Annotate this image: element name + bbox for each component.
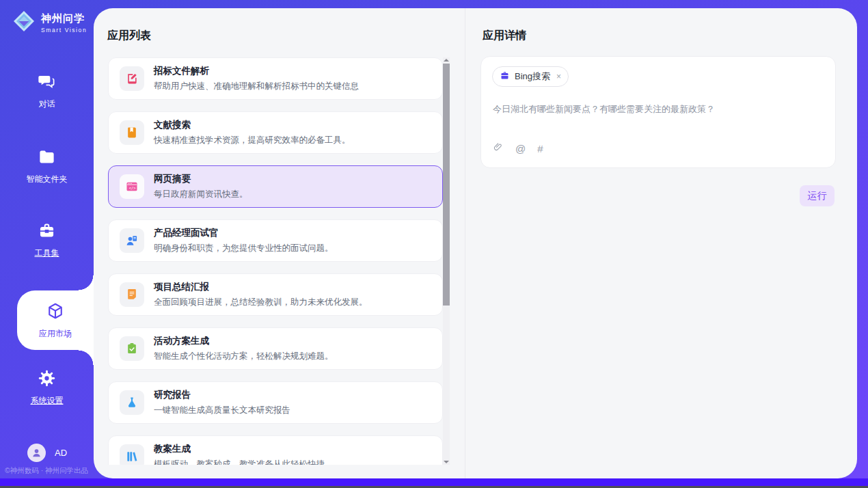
app-card-desc: 一键智能生成高质量长文本研究报告 (154, 405, 290, 416)
app-card-title: 文献搜索 (154, 119, 351, 131)
prompt-card: Bing搜索 × 今日湖北有哪些新闻要点？有哪些需要关注的最新政策？ @ # (480, 56, 836, 168)
prompt-toolbar: @ # (493, 141, 543, 155)
brand-logo: 神州问学 Smart Vision (12, 10, 87, 36)
app-card-title: 网页摘要 (154, 173, 248, 185)
sidebar-item-chat[interactable]: 对话 (0, 72, 94, 110)
cube-icon (46, 301, 65, 323)
app-card-title: 招标文件解析 (154, 65, 359, 77)
user-name: AD (55, 448, 67, 458)
scrollbar-thumb[interactable] (443, 64, 450, 306)
chip-close-icon[interactable]: × (556, 72, 561, 81)
app-card-desc: 帮助用户快速、准确地理解和解析招标书中的关键信息 (154, 81, 359, 92)
app-card-title: 研究报告 (154, 389, 290, 401)
app-card-event-plan[interactable]: 活动方案生成 智能生成个性化活动方案，轻松解决规划难题。 (108, 327, 443, 370)
app-card-bid-document-parsing[interactable]: 招标文件解析 帮助用户快速、准确地理解和解析招标书中的关键信息 (108, 57, 443, 100)
sidebar-item-settings[interactable]: 系统设置 (0, 369, 94, 407)
paperclip-icon[interactable] (493, 141, 504, 155)
app-card-desc: 全面回顾项目进展，总结经验教训，助力未来优化发展。 (154, 297, 368, 308)
app-card-title: 项目总结汇报 (154, 281, 368, 293)
app-card-desc: 智能生成个性化活动方案，轻松解决规划难题。 (154, 351, 334, 362)
sidebar: 神州问学 Smart Vision 对话 智能文件夹 (0, 0, 94, 478)
book-icon (120, 120, 144, 145)
app-card-title: 活动方案生成 (154, 335, 334, 347)
app-card-project-summary[interactable]: 项目总结汇报 全面回顾项目进展，总结经验教训，助力未来优化发展。 (108, 273, 443, 316)
app-card-lesson-plan[interactable]: 教案生成 模板驱动，教案秒成，教学准备从此轻松快捷 (108, 435, 443, 465)
bottom-accent-bar (0, 478, 868, 486)
app-card-pm-interviewer[interactable]: 产品经理面试官 明确身份和职责，为您提供专业性的面试问题。 (108, 219, 443, 262)
hash-icon[interactable]: # (537, 143, 543, 154)
tool-chip[interactable]: Bing搜索 × (492, 66, 569, 87)
scroll-down-arrow[interactable] (444, 461, 449, 463)
interviewer-icon (120, 228, 144, 253)
app-card-literature-search[interactable]: 文献搜索 快速精准查找学术资源，提高研究效率的必备工具。 (108, 111, 443, 154)
app-card-research-report[interactable]: 研究报告 一键智能生成高质量长文本研究报告 (108, 381, 443, 424)
sidebar-item-label: 对话 (39, 98, 55, 110)
folder-icon (38, 148, 56, 169)
gear-icon (38, 369, 56, 390)
note-icon (120, 282, 144, 307)
toolbox-icon (38, 221, 56, 243)
flask-icon (120, 390, 144, 415)
scroll-up-arrow[interactable] (444, 59, 449, 62)
app-detail-panel: 应用详情 Bing搜索 × 今日湖北有哪些新闻要点？有哪些需要关注的最新政策？ (466, 8, 857, 478)
sidebar-item-smart-folder[interactable]: 智能文件夹 (0, 148, 94, 185)
svg-text:</>: </> (129, 186, 137, 190)
app-card-desc: 每日政府新闻资讯快查。 (154, 189, 248, 200)
sidebar-item-app-market[interactable]: 应用市场 (17, 290, 94, 350)
tool-chip-label: Bing搜索 (515, 70, 550, 83)
pen-document-icon (120, 66, 144, 91)
sidebar-item-toolset[interactable]: 工具集 (0, 221, 94, 259)
browser-code-icon: </> (120, 174, 144, 199)
copyright-text: ©神州数码 · 神州问学出品 (5, 466, 88, 476)
app-window: 神州问学 Smart Vision 对话 智能文件夹 (0, 0, 868, 488)
app-card-title: 产品经理面试官 (154, 227, 334, 239)
brand-name: 神州问学 (41, 12, 87, 25)
sidebar-item-label: 应用市场 (39, 328, 72, 340)
sidebar-item-label: 智能文件夹 (27, 174, 68, 185)
app-list: 招标文件解析 帮助用户快速、准确地理解和解析招标书中的关键信息 文献搜索 快速精… (108, 57, 443, 465)
diamond-logo-icon (12, 10, 36, 36)
brand-subtitle: Smart Vision (41, 27, 87, 33)
books-icon (120, 444, 144, 465)
chat-icon (38, 72, 56, 94)
app-card-desc: 模板驱动，教案秒成，教学准备从此轻松快捷 (154, 459, 325, 465)
app-card-desc: 快速精准查找学术资源，提高研究效率的必备工具。 (154, 135, 351, 146)
app-detail-title: 应用详情 (483, 29, 526, 43)
sidebar-item-label: 工具集 (35, 247, 59, 259)
app-list-title: 应用列表 (107, 29, 151, 43)
run-button[interactable]: 运行 (800, 185, 835, 206)
at-icon[interactable]: @ (515, 143, 526, 154)
app-list-panel: 应用列表 招标文件解析 帮助用户快速、准确地理解和解析招标书中的关键信息 (94, 8, 465, 478)
briefcase-icon (500, 70, 510, 83)
query-text[interactable]: 今日湖北有哪些新闻要点？有哪些需要关注的最新政策？ (493, 103, 715, 116)
app-card-web-summary[interactable]: </> 网页摘要 每日政府新闻资讯快查。 (108, 165, 443, 208)
app-card-title: 教案生成 (154, 443, 325, 455)
main-content: 应用列表 招标文件解析 帮助用户快速、准确地理解和解析招标书中的关键信息 (94, 8, 857, 478)
app-card-desc: 明确身份和职责，为您提供专业性的面试问题。 (154, 243, 334, 254)
clipboard-check-icon (120, 336, 144, 361)
scrollbar[interactable] (443, 57, 450, 465)
sidebar-item-label: 系统设置 (31, 395, 64, 407)
avatar (27, 444, 46, 462)
user-profile[interactable]: AD (27, 444, 67, 462)
